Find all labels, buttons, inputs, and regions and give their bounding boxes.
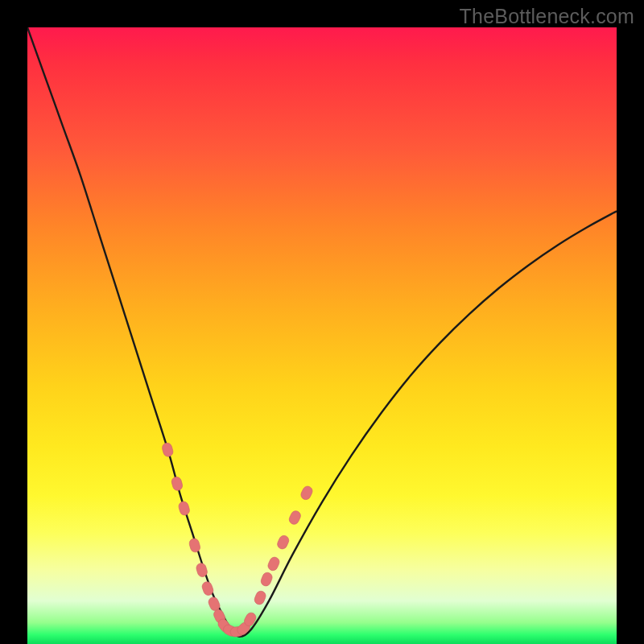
data-marker (299, 485, 314, 502)
data-marker (287, 510, 302, 526)
bottleneck-curve (27, 27, 617, 644)
watermark-text: TheBottleneck.com (460, 5, 634, 28)
data-marker (161, 442, 174, 458)
marker-group (161, 442, 314, 638)
data-marker (188, 538, 201, 554)
v-curve (27, 27, 617, 637)
chart-frame: TheBottleneck.com (0, 0, 644, 644)
data-marker (178, 501, 191, 517)
plot-area (27, 27, 617, 644)
curve-path-group (27, 27, 617, 637)
data-marker (253, 589, 267, 605)
data-marker (259, 571, 273, 587)
data-marker (276, 534, 291, 550)
data-marker (266, 555, 281, 572)
data-marker (171, 476, 184, 492)
